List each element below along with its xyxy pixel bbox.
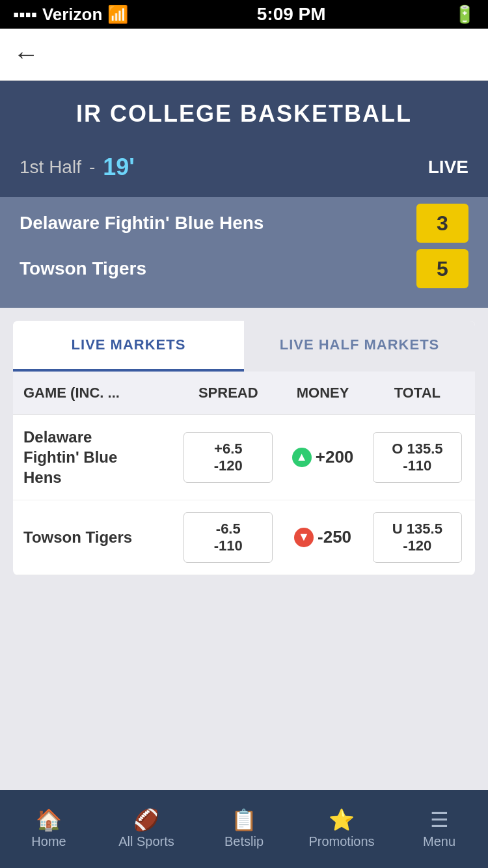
col-money: MONEY xyxy=(275,385,370,401)
delaware-total-line1: O 135.5 xyxy=(379,441,456,457)
team-1-name: Delaware Fightin' Blue Hens xyxy=(20,213,264,234)
towson-total-line2: -120 xyxy=(379,537,456,554)
menu-icon: ☰ xyxy=(430,809,449,830)
promotions-icon: ⭐ xyxy=(329,809,355,830)
col-game: GAME (INC. ... xyxy=(23,385,181,401)
nav-item-promotions[interactable]: ⭐ Promotions xyxy=(293,809,390,849)
market-row-towson: Towson Tigers -6.5 -110 ▼ -250 U 135.5 -… xyxy=(13,500,475,575)
battery-icon: 🔋 xyxy=(454,5,475,25)
team-row-2: Towson Tigers 5 xyxy=(20,249,468,288)
promotions-label: Promotions xyxy=(308,834,374,849)
nav-item-menu[interactable]: ☰ Menu xyxy=(390,809,488,849)
signal-icon: ▪▪▪▪ xyxy=(13,5,37,25)
tabs: LIVE MARKETS LIVE HALF MARKETS xyxy=(13,321,475,372)
team-2-name: Towson Tigers xyxy=(20,258,146,279)
header-banner: IR COLLEGE BASKETBALL xyxy=(0,81,488,141)
team-2-score: 5 xyxy=(416,249,468,288)
delaware-money-box[interactable]: ▲ +200 xyxy=(278,447,367,467)
top-nav: ← xyxy=(0,29,488,81)
market-row-delaware: DelawareFightin' BlueHens +6.5 -120 ▲ +2… xyxy=(13,415,475,500)
game-info: 1st Half - 19' LIVE xyxy=(0,141,488,197)
markets-table: GAME (INC. ... SPREAD MONEY TOTAL Delawa… xyxy=(13,372,475,575)
wifi-icon: 📶 xyxy=(107,5,128,25)
period-label: 1st Half xyxy=(20,157,81,178)
back-button[interactable]: ← xyxy=(13,40,39,69)
status-bar: ▪▪▪▪ Verizon 📶 5:09 PM 🔋 xyxy=(0,0,488,29)
score-section: Delaware Fightin' Blue Hens 3 Towson Tig… xyxy=(0,197,488,308)
towson-total-box[interactable]: U 135.5 -120 xyxy=(373,512,462,563)
status-left: ▪▪▪▪ Verizon 📶 xyxy=(13,5,128,25)
towson-spread-box[interactable]: -6.5 -110 xyxy=(183,512,273,563)
betslip-icon: 📋 xyxy=(231,809,257,830)
all-sports-label: All Sports xyxy=(118,834,174,849)
delaware-spread-box[interactable]: +6.5 -120 xyxy=(183,432,273,483)
status-right: 🔋 xyxy=(454,5,475,25)
all-sports-icon: 🏈 xyxy=(133,809,159,830)
tab-live-markets[interactable]: LIVE MARKETS xyxy=(13,321,244,372)
delaware-total-box[interactable]: O 135.5 -110 xyxy=(373,432,462,483)
home-icon: 🏠 xyxy=(36,809,62,830)
towson-money-box[interactable]: ▼ -250 xyxy=(278,527,367,547)
down-arrow-icon: ▼ xyxy=(294,528,314,547)
up-arrow-icon: ▲ xyxy=(292,448,312,467)
game-period: 1st Half - 19' xyxy=(20,154,135,181)
delaware-spread-line2: -120 xyxy=(189,457,267,474)
live-badge: LIVE xyxy=(428,157,468,178)
towson-spread-line1: -6.5 xyxy=(189,521,267,537)
col-spread: SPREAD xyxy=(181,385,275,401)
tab-live-half-markets[interactable]: LIVE HALF MARKETS xyxy=(244,321,475,372)
tabs-container: LIVE MARKETS LIVE HALF MARKETS xyxy=(0,308,488,372)
menu-label: Menu xyxy=(423,834,455,849)
period-time: 19' xyxy=(103,154,135,181)
nav-item-home[interactable]: 🏠 Home xyxy=(0,809,98,849)
delaware-spread-line1: +6.5 xyxy=(189,441,267,457)
team-1-score: 3 xyxy=(416,204,468,243)
carrier-label: Verizon xyxy=(42,5,102,25)
bottom-nav: 🏠 Home 🏈 All Sports 📋 Betslip ⭐ Promotio… xyxy=(0,790,488,868)
towson-money-value: -250 xyxy=(318,527,351,547)
delaware-label: DelawareFightin' BlueHens xyxy=(23,427,181,488)
home-label: Home xyxy=(31,834,66,849)
towson-label: Towson Tigers xyxy=(23,527,181,547)
team-row-1: Delaware Fightin' Blue Hens 3 xyxy=(20,204,468,243)
nav-item-betslip[interactable]: 📋 Betslip xyxy=(195,809,293,849)
table-header: GAME (INC. ... SPREAD MONEY TOTAL xyxy=(13,372,475,415)
betslip-label: Betslip xyxy=(224,834,264,849)
status-time: 5:09 PM xyxy=(257,4,326,25)
towson-total-line1: U 135.5 xyxy=(379,521,456,537)
col-total: TOTAL xyxy=(370,385,465,401)
delaware-money-value: +200 xyxy=(316,447,354,467)
period-dash: - xyxy=(89,157,95,178)
page-title: IR COLLEGE BASKETBALL xyxy=(13,100,475,128)
towson-spread-line2: -110 xyxy=(189,537,267,554)
nav-item-all-sports[interactable]: 🏈 All Sports xyxy=(98,809,195,849)
delaware-total-line2: -110 xyxy=(379,457,456,474)
markets-container: GAME (INC. ... SPREAD MONEY TOTAL Delawa… xyxy=(0,372,488,588)
